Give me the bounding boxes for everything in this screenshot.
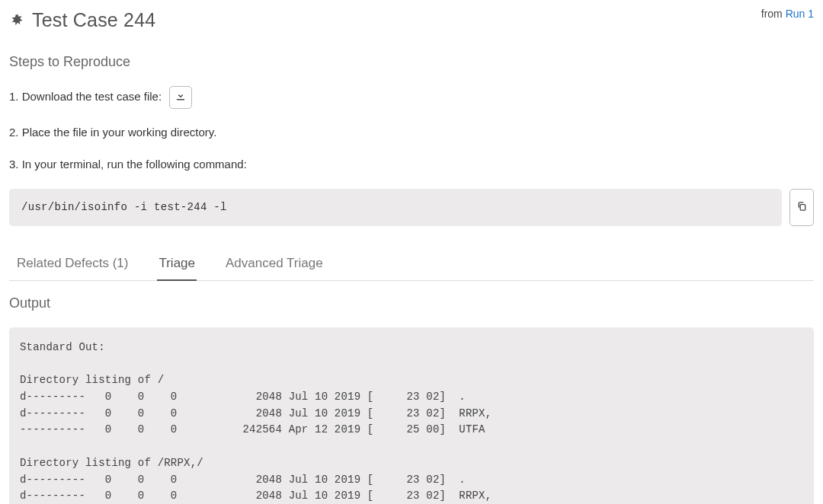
- output-box: Standard Out: Directory listing of / d--…: [9, 327, 814, 504]
- step-text: 1. Download the test case file:: [9, 88, 162, 106]
- svg-rect-0: [800, 204, 805, 209]
- run-link[interactable]: Run 1: [786, 8, 814, 20]
- download-button[interactable]: [169, 86, 192, 109]
- command-box: /usr/bin/isoinfo -i test-244 -l: [9, 189, 782, 226]
- step-item: 2. Place the file in your working direct…: [9, 124, 814, 142]
- from-prefix: from: [761, 8, 786, 20]
- steps-heading: Steps to Reproduce: [9, 52, 814, 72]
- download-icon: [176, 91, 185, 103]
- tabs: Related Defects (1) Triage Advanced Tria…: [9, 247, 814, 282]
- tab-triage[interactable]: Triage: [157, 247, 197, 281]
- step-item: 3. In your terminal, run the following c…: [9, 156, 814, 174]
- step-item: 1. Download the test case file:: [9, 86, 814, 109]
- steps-list: 1. Download the test case file: 2. Place…: [9, 86, 814, 174]
- tab-advanced-triage[interactable]: Advanced Triage: [224, 247, 325, 281]
- step-text: 3. In your terminal, run the following c…: [9, 156, 247, 174]
- tab-related-defects[interactable]: Related Defects (1): [15, 247, 130, 281]
- copy-icon: [797, 201, 807, 214]
- copy-button[interactable]: [789, 189, 814, 226]
- from-run: from Run 1: [761, 6, 814, 22]
- command-row: /usr/bin/isoinfo -i test-244 -l: [9, 189, 814, 226]
- header-row: Test Case 244 from Run 1: [9, 6, 814, 35]
- step-text: 2. Place the file in your working direct…: [9, 124, 216, 142]
- page-title: Test Case 244: [32, 6, 155, 35]
- title-group: Test Case 244: [9, 6, 155, 35]
- crash-icon: [9, 12, 26, 29]
- output-heading: Output: [9, 293, 814, 314]
